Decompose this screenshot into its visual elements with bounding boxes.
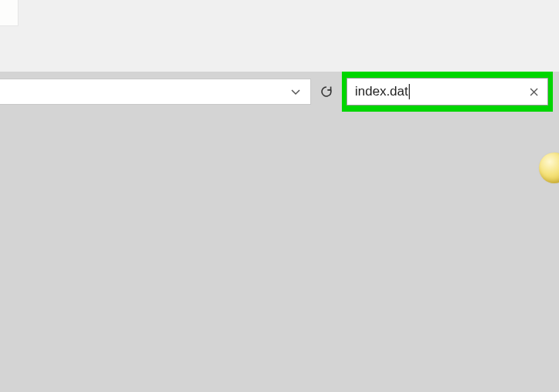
address-bar-container (0, 72, 342, 112)
search-input-text: index.dat (355, 79, 523, 105)
text-caret (409, 84, 410, 99)
chevron-down-icon (290, 86, 301, 97)
address-bar[interactable] (0, 79, 311, 105)
address-history-dropdown[interactable] (284, 80, 307, 103)
window-control-stub (0, 0, 18, 26)
refresh-icon (320, 85, 333, 99)
navigation-toolbar: index.dat (0, 72, 559, 112)
ribbon-area (0, 0, 559, 72)
clear-search-button[interactable] (523, 81, 544, 102)
search-input[interactable]: index.dat (346, 78, 548, 106)
search-highlight-frame: index.dat (342, 72, 553, 112)
content-area (0, 112, 559, 392)
close-icon (529, 87, 539, 97)
refresh-button[interactable] (314, 79, 339, 105)
search-value: index.dat (355, 84, 408, 99)
